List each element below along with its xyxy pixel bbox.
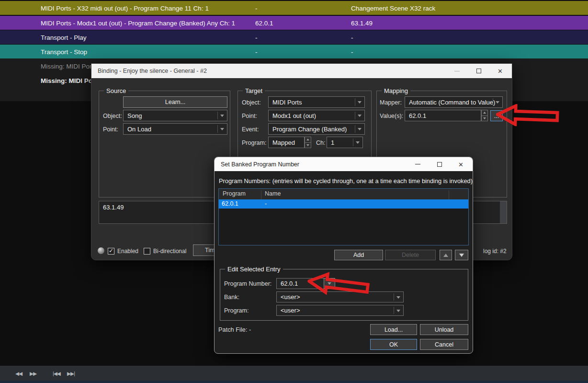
edit-selected-entry-legend: Edit Selected Entry	[225, 266, 283, 273]
program-number-dropdown-button[interactable]	[324, 278, 335, 289]
comment-cell: -	[351, 48, 353, 55]
step-up-icon[interactable]	[305, 137, 311, 143]
minimize-icon[interactable]	[446, 64, 468, 78]
column-divider	[261, 190, 261, 199]
notes-scrollbar[interactable]	[500, 201, 507, 223]
column-header-program: Program	[223, 190, 246, 197]
up-arrow-icon	[443, 254, 448, 257]
unload-button[interactable]: Unload	[420, 324, 468, 335]
values-label: Value(s):	[380, 113, 403, 119]
mapper-select[interactable]: Automatic (Command to Value)	[405, 96, 503, 108]
target-program-label: Program:	[242, 139, 266, 146]
add-button[interactable]: Add	[334, 250, 383, 260]
mapping-legend: Mapping	[382, 87, 410, 94]
table-header-row: Program Name	[219, 189, 468, 199]
target-event-value: Program Change (Banked)	[272, 126, 347, 133]
binding-row-stop[interactable]: Transport - Stop - -	[0, 45, 588, 58]
move-down-button[interactable]	[455, 250, 468, 260]
source-object-value: Song	[127, 112, 142, 119]
binding-row-banked[interactable]: MIDI Ports - Modx1 out (out) - Program C…	[0, 16, 588, 30]
target-legend: Target	[243, 87, 265, 94]
fast-forward-icon[interactable]: ▶▶	[30, 371, 36, 376]
target-program-value: Mapped	[272, 139, 295, 146]
program-numbers-description: Program Numbers: (entries will be cycled…	[219, 177, 473, 185]
program-cell: 62.0.1	[222, 200, 238, 207]
binding-notes-value: 63.1.49	[103, 204, 124, 211]
value-cell: -	[255, 4, 258, 12]
target-ch-label: Ch:	[316, 139, 325, 146]
target-ch-select[interactable]: 1	[327, 137, 363, 148]
column-header-name: Name	[265, 190, 281, 197]
target-point-select[interactable]: Modx1 out (out)	[268, 110, 365, 121]
log-id-label: log id: #2	[483, 248, 507, 255]
step-down-icon[interactable]	[305, 143, 311, 149]
minimize-icon[interactable]	[407, 157, 429, 171]
binding-dialog-titlebar[interactable]: Binding - Enjoy the silence - General - …	[91, 64, 512, 78]
step-down-icon[interactable]	[481, 116, 488, 122]
values-input[interactable]: 62.0.1	[405, 110, 481, 121]
target-object-value: MIDI Ports	[272, 99, 302, 106]
patch-file-label: Patch File: -	[218, 326, 251, 333]
bank-select[interactable]: <user>	[276, 291, 404, 302]
binding-cell: MIDI Ports - Modx1 out (out) - Program C…	[41, 19, 235, 26]
delete-button[interactable]: Delete	[385, 250, 436, 260]
target-event-select[interactable]: Program Change (Banked)	[268, 123, 365, 135]
banked-dialog-titlebar[interactable]: Set Banked Program Number	[215, 157, 473, 171]
bank-value: <user>	[281, 293, 300, 301]
table-row-selected[interactable]: 62.0.1 -	[219, 199, 468, 209]
maximize-icon[interactable]	[468, 64, 489, 78]
bank-label: Bank:	[224, 294, 239, 301]
bottom-edge-strip	[0, 381, 588, 383]
program-number-value: 62.0.1	[281, 280, 298, 287]
target-program-stepper[interactable]	[305, 137, 311, 148]
learn-button[interactable]: Learn...	[123, 96, 227, 108]
binding-cell: Missing: MIDI Ports	[41, 63, 97, 70]
target-event-label: Event:	[242, 126, 259, 133]
values-value: 62.0.1	[409, 112, 426, 119]
maximize-icon[interactable]	[429, 157, 450, 171]
close-icon[interactable]	[489, 64, 511, 78]
skip-to-end-icon[interactable]: ▶▶|	[67, 371, 75, 376]
binding-cell: Transport - Play	[41, 34, 87, 41]
enabled-label: Enabled	[117, 248, 138, 255]
program-number-label: Program Number:	[224, 280, 271, 287]
value-cell: -	[255, 48, 258, 55]
value-cell: 62.0.1	[255, 19, 273, 26]
source-point-value: On Load	[127, 126, 151, 133]
program-select[interactable]: <user>	[276, 305, 404, 316]
load-button[interactable]: Load...	[370, 324, 417, 335]
banked-dialog-title: Set Banked Program Number	[215, 161, 299, 168]
source-object-label: Object:	[103, 113, 122, 119]
rewind-icon[interactable]: ◀◀	[15, 371, 22, 376]
close-icon[interactable]	[450, 157, 472, 171]
binding-cell: Transport - Stop	[41, 48, 87, 55]
enabled-checkbox[interactable]	[108, 248, 114, 255]
down-arrow-icon	[459, 254, 464, 257]
step-up-icon[interactable]	[481, 110, 488, 116]
values-more-button[interactable]: ...	[490, 110, 503, 121]
binding-row-scene[interactable]: MIDI Ports - X32 midi out (out) - Progra…	[0, 1, 588, 15]
bidirectional-checkbox[interactable]	[144, 248, 150, 255]
program-numbers-table[interactable]: Program Name 62.0.1 -	[218, 188, 469, 245]
target-object-label: Object:	[242, 99, 261, 106]
source-point-select[interactable]: On Load	[123, 123, 227, 135]
comment-cell: 63.1.49	[351, 19, 373, 26]
move-up-button[interactable]	[440, 250, 452, 260]
mapper-value: Automatic (Command to Value)	[409, 99, 495, 106]
value-cell: -	[255, 34, 258, 41]
edit-selected-entry-group: Edit Selected Entry Program Number: 62.0…	[220, 269, 468, 321]
ok-button[interactable]: OK	[370, 339, 417, 350]
target-object-select[interactable]: MIDI Ports	[268, 96, 365, 108]
binding-row-play[interactable]: Transport - Play - -	[0, 30, 588, 44]
target-ch-value: 1	[331, 139, 334, 146]
source-object-select[interactable]: Song	[123, 110, 227, 121]
program-number-input[interactable]: 62.0.1	[276, 278, 324, 289]
cancel-button[interactable]: Cancel	[420, 339, 468, 350]
source-legend: Source	[104, 87, 128, 94]
binding-dialog-title: Binding - Enjoy the silence - General - …	[91, 68, 207, 74]
target-point-label: Point:	[242, 113, 257, 119]
skip-to-start-icon[interactable]: |◀◀	[53, 371, 60, 376]
transport-bar: ◀◀ ▶▶ |◀◀ ▶▶|	[0, 366, 588, 381]
values-stepper[interactable]	[481, 110, 488, 121]
target-program-input[interactable]: Mapped	[268, 137, 305, 148]
